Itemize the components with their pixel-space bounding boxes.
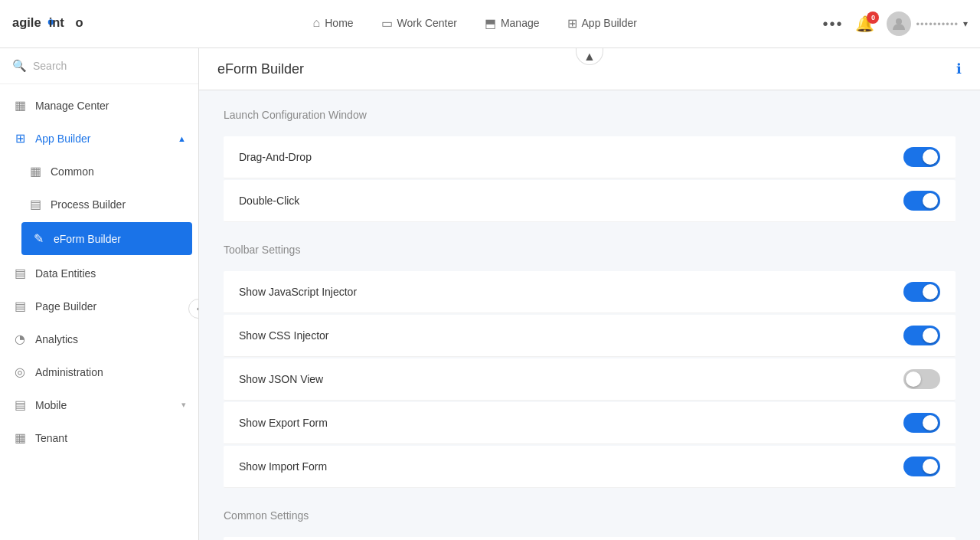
app-builder-submenu: ▦ Common ▤ Process Builder ✎ eForm Build… (0, 155, 198, 255)
common-settings-section: Common Settings Place Dismiss Buttons On… (224, 509, 956, 540)
setting-show-css-injector: Show CSS Injector (224, 315, 956, 357)
process-builder-icon: ▤ (28, 197, 43, 211)
sidebar-section-main: ▦ Manage Center ⊞ App Builder ▲ ▦ Common… (0, 84, 198, 459)
css-injector-toggle[interactable] (903, 326, 940, 345)
search-box[interactable]: 🔍 Search (0, 48, 198, 84)
setting-show-import-form: Show Import Form (224, 446, 956, 488)
toggle-knob (906, 371, 921, 387)
import-form-toggle[interactable] (903, 457, 940, 476)
sidebar-item-tenant[interactable]: ▦ Tenant (0, 421, 198, 454)
double-click-toggle[interactable] (903, 191, 940, 211)
setting-show-js-injector: Show JavaScript Injector (224, 271, 956, 313)
tenant-icon: ▦ (12, 430, 28, 445)
setting-show-json-view: Show JSON View (224, 358, 956, 401)
sidebar-item-common[interactable]: ▦ Common (15, 155, 198, 188)
nav-home[interactable]: ⌂ Home (299, 10, 368, 38)
user-chevron-icon: ▾ (963, 18, 968, 29)
administration-icon: ◎ (12, 365, 28, 379)
sidebar-item-administration[interactable]: ◎ Administration (0, 355, 198, 388)
app-builder-icon: ⊞ (12, 131, 28, 146)
js-injector-toggle[interactable] (903, 282, 940, 302)
settings-content: Launch Configuration Window Drag-And-Dro… (199, 90, 980, 540)
sidebar-item-manage-center[interactable]: ▦ Manage Center (0, 89, 198, 122)
sidebar-item-label: App Builder (35, 133, 90, 145)
setting-place-dismiss: Place Dismiss Buttons On Right ❓ (224, 537, 956, 540)
drag-drop-toggle[interactable] (903, 147, 940, 167)
toggle-knob (923, 149, 938, 165)
js-injector-label: Show JavaScript Injector (239, 286, 357, 298)
sidebar-item-mobile[interactable]: ▤ Mobile ▾ (0, 388, 198, 421)
sidebar-item-label: Mobile (35, 399, 67, 411)
section-title-common: Common Settings (224, 509, 956, 525)
username: •••••••••• (916, 18, 959, 30)
toggle-knob (923, 284, 938, 299)
notifications-button[interactable]: 🔔 0 (855, 15, 874, 33)
page-title: eForm Builder (217, 61, 304, 77)
toolbar-settings-section: Toolbar Settings Show JavaScript Injecto… (224, 244, 956, 488)
sidebar-item-label: Tenant (35, 432, 67, 444)
main-layout: 🔍 Search ▦ Manage Center ⊞ App Builder ▲… (0, 0, 980, 540)
analytics-icon: ◔ (12, 332, 28, 346)
sidebar-item-label: Administration (35, 366, 103, 378)
nav-work-center[interactable]: ▭ Work Center (368, 10, 471, 38)
double-click-label: Double-Click (239, 195, 299, 207)
info-icon[interactable]: ℹ (956, 61, 962, 77)
grid-icon: ⊞ (567, 16, 577, 31)
eform-builder-icon: ✎ (31, 231, 46, 246)
setting-double-click: Double-Click (224, 180, 956, 222)
json-view-label: Show JSON View (239, 373, 323, 385)
more-button[interactable]: ••• (822, 15, 843, 33)
top-right-actions: ••• 🔔 0 •••••••••• ▾ (822, 11, 968, 36)
sidebar-item-label: Manage Center (35, 100, 109, 112)
monitor-icon: ▭ (381, 16, 393, 31)
avatar (887, 11, 911, 36)
expand-icon: ▲ (178, 134, 186, 143)
logo[interactable]: agile int o (12, 8, 96, 39)
page-builder-icon: ▤ (12, 299, 28, 313)
sidebar-item-app-builder[interactable]: ⊞ App Builder ▲ (0, 122, 198, 155)
sidebar-item-label: Process Builder (51, 198, 126, 211)
sidebar-item-label: Data Entities (35, 267, 96, 280)
nav-links: ⌂ Home ▭ Work Center ⬒ Manage ⊞ App Buil… (127, 10, 822, 38)
toggle-knob (923, 415, 938, 430)
svg-point-4 (896, 18, 902, 25)
toggle-knob (923, 459, 938, 474)
import-form-label: Show Import Form (239, 460, 327, 473)
sidebar-item-label: Page Builder (35, 300, 96, 313)
sidebar-item-data-entities[interactable]: ▤ Data Entities (0, 257, 198, 290)
section-title-toolbar: Toolbar Settings (224, 244, 956, 259)
search-icon: 🔍 (12, 59, 27, 73)
svg-text:o: o (76, 15, 83, 29)
sidebar-item-label: eForm Builder (54, 233, 121, 245)
sidebar: 🔍 Search ▦ Manage Center ⊞ App Builder ▲… (0, 48, 199, 540)
manage-center-icon: ▦ (12, 98, 28, 113)
notification-badge: 0 (867, 11, 879, 24)
section-title-launch: Launch Configuration Window (224, 109, 956, 124)
home-icon: ⌂ (313, 16, 321, 30)
briefcase-icon: ⬒ (485, 16, 496, 31)
toggle-knob (923, 328, 938, 343)
sidebar-item-label: Common (51, 165, 94, 178)
svg-text:int: int (49, 15, 65, 29)
sidebar-item-label: Analytics (35, 333, 78, 345)
css-injector-label: Show CSS Injector (239, 329, 329, 342)
sidebar-item-page-builder[interactable]: ▤ Page Builder (0, 290, 198, 322)
data-entities-icon: ▤ (12, 266, 28, 280)
top-navigation: agile int o ⌂ Home ▭ Work Center ⬒ Manag… (0, 0, 980, 48)
json-view-toggle[interactable] (903, 369, 940, 389)
sidebar-item-analytics[interactable]: ◔ Analytics (0, 322, 198, 355)
sidebar-item-process-builder[interactable]: ▤ Process Builder (15, 188, 198, 221)
nav-app-builder[interactable]: ⊞ App Builder (554, 10, 651, 38)
setting-drag-drop: Drag-And-Drop (224, 136, 956, 178)
common-icon: ▦ (28, 164, 43, 178)
sidebar-item-eform-builder[interactable]: ✎ eForm Builder (21, 222, 192, 255)
export-form-toggle[interactable] (903, 413, 940, 433)
mobile-icon: ▤ (12, 398, 28, 412)
launch-config-section: Launch Configuration Window Drag-And-Dro… (224, 109, 956, 222)
nav-manage[interactable]: ⬒ Manage (471, 10, 554, 38)
toggle-knob (923, 193, 938, 208)
user-menu[interactable]: •••••••••• ▾ (887, 11, 968, 36)
setting-show-export-form: Show Export Form (224, 402, 956, 444)
svg-text:agile: agile (12, 15, 41, 29)
export-form-label: Show Export Form (239, 417, 328, 429)
